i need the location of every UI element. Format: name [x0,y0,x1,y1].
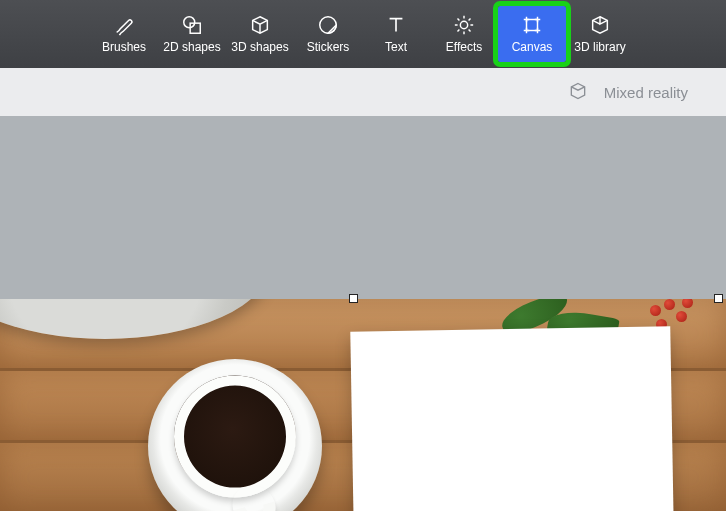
canvas-icon [521,14,543,36]
mixed-reality-button[interactable]: Mixed reality [604,84,688,101]
svg-point-3 [460,21,467,28]
brush-icon [113,14,135,36]
tool-stickers[interactable]: Stickers [294,6,362,62]
tool-label: 3D library [574,40,625,54]
tool-label: 3D shapes [231,40,288,54]
stickers-icon [317,14,339,36]
svg-rect-4 [527,20,538,31]
canvas-image[interactable] [0,299,726,511]
mixed-reality-icon [568,81,588,104]
shapes-3d-icon [249,14,271,36]
tool-label: Effects [446,40,482,54]
tool-effects[interactable]: Effects [430,6,498,62]
tool-3d-shapes[interactable]: 3D shapes [226,6,294,62]
paper-graphic [350,326,673,511]
tool-label: Brushes [102,40,146,54]
selection-handle-top-right[interactable] [714,294,723,303]
tool-label: Text [385,40,407,54]
secondary-toolbar: Mixed reality [0,68,726,116]
text-icon [385,14,407,36]
tool-brushes[interactable]: Brushes [90,6,158,62]
tool-label: Stickers [307,40,350,54]
tool-2d-shapes[interactable]: 2D shapes [158,6,226,62]
tool-label: 2D shapes [163,40,220,54]
shapes-2d-icon [181,14,203,36]
svg-point-0 [184,17,195,28]
tool-text[interactable]: Text [362,6,430,62]
library-3d-icon [589,14,611,36]
main-toolbar: Brushes 2D shapes 3D shapes Stickers [0,0,726,68]
svg-rect-1 [190,23,200,33]
coffee-cup-graphic [150,354,320,511]
tool-label: Canvas [512,40,553,54]
tool-3d-library[interactable]: 3D library [566,6,634,62]
workspace[interactable] [0,116,726,511]
tool-canvas[interactable]: Canvas [498,6,566,62]
effects-icon [453,14,475,36]
selection-handle-top-mid[interactable] [349,294,358,303]
